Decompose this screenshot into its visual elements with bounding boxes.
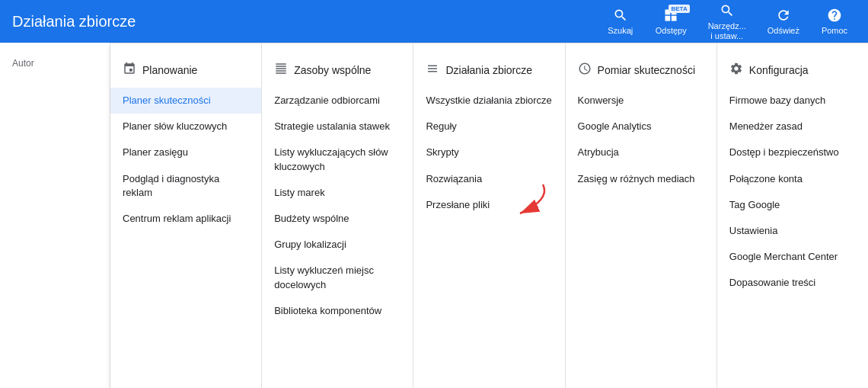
topbar-actions: Szukaj BETA Odstępy Narzędz... i ustaw..… bbox=[599, 0, 856, 44]
menu-item-biblioteka[interactable]: Biblioteka komponentów bbox=[262, 298, 413, 324]
menu-item-planer-skutecznosci[interactable]: Planer skuteczności bbox=[110, 88, 261, 114]
help-action[interactable]: Pomoc bbox=[813, 3, 856, 39]
menu-item-menedzer[interactable]: Menedżer zasad bbox=[717, 114, 868, 139]
konfiguracja-header: Konfiguracja bbox=[717, 56, 868, 88]
topbar: Działania zbiorcze Szukaj BETA Odstępy N… bbox=[0, 0, 868, 43]
konfiguracja-icon bbox=[729, 62, 743, 79]
menu-item-ustawienia[interactable]: Ustawienia bbox=[717, 218, 868, 244]
sidebar-label: Autor bbox=[0, 52, 110, 72]
page-title: Działania zbiorcze bbox=[12, 13, 136, 30]
search-label: Szukaj bbox=[608, 26, 633, 36]
menu-item-polaczone[interactable]: Połączone konta bbox=[717, 166, 868, 192]
menu-item-planer-slow[interactable]: Planer słów kluczowych bbox=[110, 114, 261, 139]
menu-column-konfiguracja: Konfiguracja Firmowe bazy danych Menedże… bbox=[717, 43, 868, 388]
menu-column-zasoby: Zasoby wspólne Zarządzanie odbiorcami St… bbox=[262, 43, 413, 388]
zasoby-title: Zasoby wspólne bbox=[294, 64, 371, 76]
menu-item-zarzadzanie[interactable]: Zarządzanie odbiorcami bbox=[262, 88, 413, 114]
shortcuts-label: Odstępy bbox=[656, 26, 687, 36]
menu-item-centrum[interactable]: Centrum reklam aplikacji bbox=[110, 206, 261, 232]
dzialania-icon bbox=[426, 62, 439, 79]
konfiguracja-title: Konfiguracja bbox=[749, 64, 809, 76]
pomiar-title: Pomiar skuteczności bbox=[598, 64, 695, 76]
shortcuts-action[interactable]: BETA Odstępy bbox=[648, 3, 694, 39]
menu-item-zasieg-mediach[interactable]: Zasięg w różnych mediach bbox=[566, 166, 716, 192]
left-sidebar: Autor bbox=[0, 43, 110, 388]
menu-item-konwersje[interactable]: Konwersje bbox=[566, 88, 716, 114]
dzialania-header: Działania zbiorcze bbox=[413, 56, 564, 88]
menu-item-tag[interactable]: Tag Google bbox=[717, 192, 868, 218]
menu-item-rozwiazania[interactable]: Rozwiązania bbox=[413, 166, 564, 192]
menu-item-dostep[interactable]: Dostęp i bezpieczeństwo bbox=[717, 139, 868, 165]
menu-column-dzialania: Działania zbiorcze Wszystkie działania z… bbox=[413, 43, 565, 388]
menu-item-google-merchant[interactable]: Google Merchant Center bbox=[717, 244, 868, 270]
menu-item-listy-marek[interactable]: Listy marek bbox=[262, 180, 413, 206]
search-action[interactable]: Szukaj bbox=[599, 3, 642, 39]
menu-item-firmowe[interactable]: Firmowe bazy danych bbox=[717, 88, 868, 114]
planowanie-icon bbox=[123, 62, 136, 79]
menu-item-grupy[interactable]: Grupy lokalizacji bbox=[262, 232, 413, 258]
menu-item-listy-wykluczenia[interactable]: Listy wykluczeń miejsc docelowych bbox=[262, 258, 413, 297]
help-icon bbox=[825, 6, 844, 24]
pomiar-icon bbox=[578, 62, 592, 79]
refresh-icon bbox=[774, 6, 793, 24]
zasoby-icon bbox=[274, 62, 288, 79]
menu-item-podglad[interactable]: Podgląd i diagnostyka reklam bbox=[110, 166, 261, 206]
menu-item-listy-wykluczajacych[interactable]: Listy wykluczających słów kluczowych bbox=[262, 139, 413, 179]
menu-item-strategie[interactable]: Strategie ustalania stawek bbox=[262, 114, 413, 139]
refresh-action[interactable]: Odśwież bbox=[760, 3, 807, 39]
zasoby-header: Zasoby wspólne bbox=[262, 56, 413, 88]
menu-item-dopasowanie[interactable]: Dopasowanie treści bbox=[717, 270, 868, 296]
tools-icon bbox=[718, 2, 736, 20]
menu-item-skrypty[interactable]: Skrypty bbox=[413, 139, 564, 165]
content-area: Autor Planowanie Planer skuteczności Pla… bbox=[0, 43, 868, 388]
dzialania-title: Działania zbiorcze bbox=[445, 64, 532, 76]
menu-item-przeslane[interactable]: Przesłane pliki bbox=[413, 192, 564, 218]
pomiar-header: Pomiar skuteczności bbox=[566, 56, 716, 88]
planowanie-title: Planowanie bbox=[142, 64, 197, 76]
menu-item-atrybucja[interactable]: Atrybucja bbox=[566, 139, 716, 165]
menu-item-planer-zasiegu[interactable]: Planer zasięgu bbox=[110, 139, 261, 165]
menu-item-budzety[interactable]: Budżety wspólne bbox=[262, 206, 413, 232]
menu-column-pomiar: Pomiar skuteczności Konwersje Google Ana… bbox=[566, 43, 717, 388]
mega-menu: Planowanie Planer skuteczności Planer sł… bbox=[110, 43, 868, 388]
menu-item-wszystkie[interactable]: Wszystkie działania zbiorcze bbox=[413, 88, 564, 114]
search-icon bbox=[611, 6, 630, 24]
beta-badge: BETA bbox=[669, 5, 689, 13]
menu-item-google-analytics[interactable]: Google Analytics bbox=[566, 114, 716, 139]
refresh-label: Odśwież bbox=[767, 26, 799, 36]
tools-action[interactable]: Narzędz... i ustaw... bbox=[700, 0, 754, 44]
app-root: Działania zbiorcze Szukaj BETA Odstępy N… bbox=[0, 0, 868, 388]
menu-item-reguly[interactable]: Reguły bbox=[413, 114, 564, 139]
tools-label: Narzędz... i ustaw... bbox=[708, 21, 746, 41]
help-label: Pomoc bbox=[822, 26, 847, 36]
menu-column-planowanie: Planowanie Planer skuteczności Planer sł… bbox=[110, 43, 262, 388]
planowanie-header: Planowanie bbox=[110, 56, 261, 88]
